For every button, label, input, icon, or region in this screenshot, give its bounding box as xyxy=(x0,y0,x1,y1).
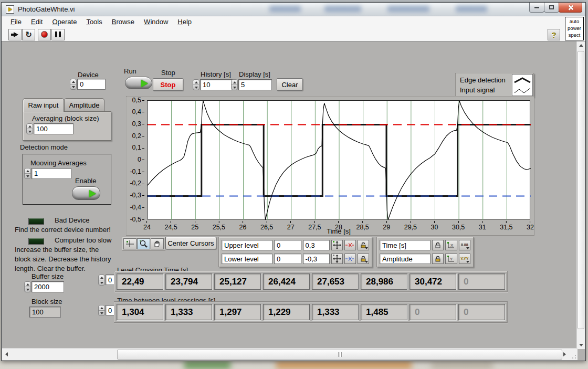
menu-item-edit[interactable]: Edit xyxy=(26,17,47,27)
cursor-0-move-button[interactable] xyxy=(331,240,343,250)
vertical-scrollbar[interactable] xyxy=(576,41,585,349)
y-tick-label: -0,5 xyxy=(127,216,144,224)
pan-tool-button[interactable] xyxy=(151,238,164,249)
title-bar[interactable]: PhotoGateWhite.vi xyxy=(2,3,585,16)
menu-item-operate[interactable]: Operate xyxy=(47,17,81,27)
pause-button[interactable] xyxy=(51,29,65,40)
menu-item-file[interactable]: File xyxy=(6,17,26,27)
bad-device-label: Bad Device xyxy=(55,216,89,224)
plot-area[interactable] xyxy=(147,100,530,219)
cursor-0-y-value[interactable]: 0,3 xyxy=(303,240,330,250)
y-scale-name[interactable]: Amplitude xyxy=(380,254,430,264)
plot-legend: Edge detection Input signal xyxy=(455,73,534,97)
cursor-1-lock-button[interactable] xyxy=(358,254,369,264)
scroll-right-icon xyxy=(563,352,566,356)
scroll-left-icon xyxy=(5,352,8,356)
center-cursors-button[interactable]: Center Cursors xyxy=(165,237,216,249)
run-continuously-button[interactable]: ↻ xyxy=(22,29,35,40)
array-cell: 30,472 xyxy=(410,273,456,290)
display-spinner[interactable] xyxy=(231,79,238,90)
buffer-size-input[interactable]: 2000 xyxy=(32,281,64,292)
cursor-tool-button[interactable] xyxy=(123,238,136,249)
time-between-index-spinner[interactable] xyxy=(98,305,105,316)
legend-edge-detection-label[interactable]: Edge detection xyxy=(460,76,511,84)
vi-icon[interactable]: auto power spect xyxy=(565,17,584,40)
zoom-tool-button[interactable] xyxy=(137,238,150,249)
menu-item-browse[interactable]: Browse xyxy=(107,17,139,27)
maximize-button[interactable] xyxy=(544,3,559,13)
cursor-line-blue-icon xyxy=(345,256,355,262)
stop-button[interactable]: Stop xyxy=(153,78,183,91)
level-crossing-index-spinner[interactable] xyxy=(98,275,105,286)
stop-label: Stop xyxy=(161,69,175,77)
history-spinner[interactable] xyxy=(193,79,200,90)
history-input[interactable]: 10 xyxy=(200,79,234,90)
run-switch-label: Run xyxy=(124,67,136,75)
cursor-0-x-value[interactable]: 0 xyxy=(274,240,301,250)
cursor-1-y-value[interactable]: -0,3 xyxy=(303,254,330,264)
resize-grip[interactable] xyxy=(569,349,578,360)
moving-averages-spinner[interactable] xyxy=(24,168,31,179)
cursor-1-x-value[interactable]: 0 xyxy=(274,254,301,264)
horizontal-scroll-thumb[interactable] xyxy=(117,350,562,360)
y-autoscale-button[interactable]: Y xyxy=(445,254,457,264)
buffer-size-spinner[interactable] xyxy=(24,281,31,292)
tab-raw-input[interactable]: Raw input xyxy=(23,98,64,112)
cursor-1-move-button[interactable] xyxy=(331,254,343,264)
horizontal-scroll-track[interactable] xyxy=(11,349,560,360)
averaging-spinner[interactable] xyxy=(26,123,33,134)
y-tick-label: 0,3 xyxy=(127,120,144,128)
enable-switch[interactable] xyxy=(72,186,100,200)
cursor-0-lock-button[interactable] xyxy=(358,240,369,250)
device-input[interactable]: 0 xyxy=(77,79,106,90)
abort-button[interactable] xyxy=(38,29,51,40)
help-button[interactable]: ? xyxy=(548,29,560,40)
tab-amplitude[interactable]: Amplitude xyxy=(64,98,104,112)
averaging-input[interactable]: 100 xyxy=(34,123,74,134)
x-scale-name[interactable]: Time [s] xyxy=(380,240,430,250)
clear-button[interactable]: Clear xyxy=(277,78,303,91)
y-tick-label: -0,1 xyxy=(127,168,144,176)
thumb-grip-icon xyxy=(338,352,342,357)
x-autoscale-button[interactable]: X xyxy=(445,240,457,250)
menu-item-help[interactable]: Help xyxy=(173,17,196,27)
magnifier-icon xyxy=(139,240,148,248)
y-scale-lock-button[interactable] xyxy=(432,254,444,264)
cursor-0-style-button[interactable] xyxy=(344,240,356,250)
enable-label: Enable xyxy=(75,177,96,185)
horizontal-scrollbar[interactable] xyxy=(2,348,578,360)
x-scale-lock-button[interactable] xyxy=(432,240,444,250)
device-spinner[interactable] xyxy=(70,79,77,90)
y-tick-label: -0,3 xyxy=(127,192,144,199)
cursor-legend: Upper level 0 0,3 Lower level 0 -0,3 xyxy=(218,237,372,267)
array-cell: 1,304 xyxy=(117,304,163,320)
display-input[interactable]: 5 xyxy=(238,79,272,90)
scroll-left-button[interactable] xyxy=(2,349,11,360)
run-switch[interactable] xyxy=(125,77,152,89)
glass-reflection xyxy=(456,6,487,12)
run-button[interactable] xyxy=(8,29,22,40)
array-cell: 0 xyxy=(410,304,456,320)
close-button[interactable] xyxy=(559,3,582,13)
moving-averages-input[interactable]: 1 xyxy=(32,168,71,179)
slow-hint-line-2: block size. Decrease the history xyxy=(15,255,111,263)
scroll-down-icon[interactable] xyxy=(579,344,583,346)
menu-item-window[interactable]: Window xyxy=(139,17,173,27)
front-panel: Device 0 Run Stop Stop History [s] 10 Di… xyxy=(2,41,578,349)
dropdown-arrow-icon xyxy=(466,261,469,263)
cursor-1-name[interactable]: Lower level xyxy=(222,254,272,264)
y-tick-label: -0,2 xyxy=(127,180,144,187)
computer-too-slow-label: Computer too slow xyxy=(55,236,111,244)
minimize-button[interactable] xyxy=(529,3,544,13)
slow-hint-line-1: Increase the buffer size, the xyxy=(15,246,99,254)
legend-input-signal-label[interactable]: Input signal xyxy=(460,86,511,94)
x-format-button[interactable]: 8.88 xyxy=(459,240,470,250)
scroll-up-icon[interactable] xyxy=(579,44,583,47)
cursor-0-name[interactable]: Upper level xyxy=(222,240,272,250)
menu-item-tools[interactable]: Tools xyxy=(81,17,107,27)
crosshair-icon xyxy=(125,240,134,248)
glass-reflection xyxy=(387,6,429,12)
vertical-scroll-thumb[interactable] xyxy=(578,51,584,329)
cursor-1-style-button[interactable] xyxy=(344,254,356,264)
y-format-button[interactable]: Y.YY xyxy=(459,254,470,264)
